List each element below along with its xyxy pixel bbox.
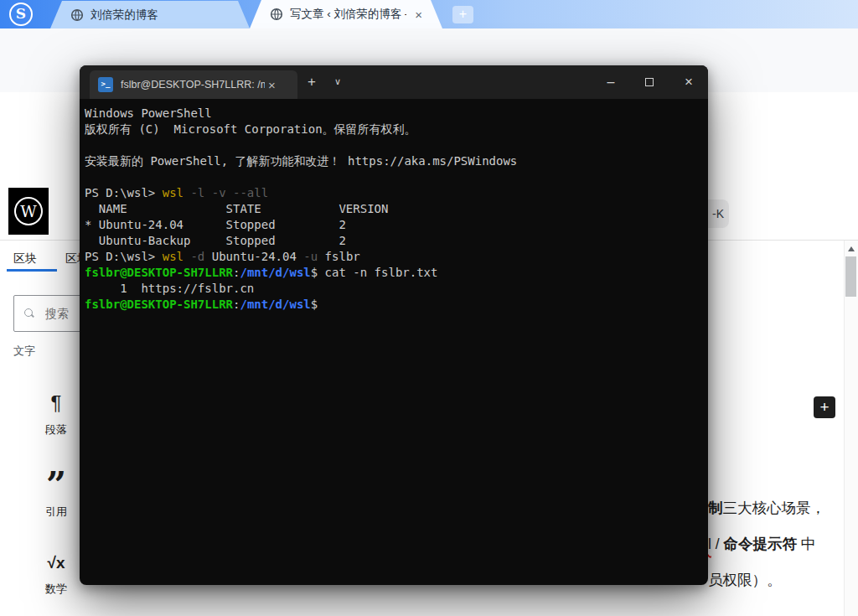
terminal-new-tab-button[interactable]: + — [308, 74, 316, 91]
text-fragment-line: l / 命令提示符 中 — [708, 526, 858, 562]
terminal-window: >_ fslbr@DESKTOP-SH7LLRR: /mnt/d/wsl × +… — [80, 65, 708, 585]
tab-title: 刘倍荣的博客 — [90, 8, 158, 23]
browser-tab-strip: S 刘倍荣的博客 写文章 ‹ 刘倍荣的博客 — Wor × + — [0, 0, 858, 28]
wordpress-w-icon: W — [14, 197, 43, 225]
active-tab-underline — [7, 269, 57, 272]
category-label-text: 文字 — [13, 344, 35, 359]
search-icon — [24, 308, 35, 319]
tab-close-icon[interactable]: × — [415, 8, 422, 21]
terminal-tab-title: fslbr@DESKTOP-SH7LLRR: /mnt/d/wsl — [121, 79, 265, 91]
inserter-tab-blocks[interactable]: 区块 — [13, 251, 37, 267]
minimize-button[interactable]: – — [592, 65, 630, 99]
browser-tab-2-active[interactable]: 写文章 ‹ 刘倍荣的博客 — Wor × — [250, 0, 442, 28]
powershell-icon: >_ — [98, 77, 113, 92]
scrollbar-up-icon[interactable] — [848, 246, 855, 251]
terminal-titlebar[interactable]: >_ fslbr@DESKTOP-SH7LLRR: /mnt/d/wsl × +… — [80, 65, 708, 99]
terminal-output: Windows PowerShell版权所有 (C) Microsoft Cor… — [80, 99, 708, 585]
globe-favicon-icon — [70, 8, 84, 22]
add-block-button[interactable]: + — [814, 396, 835, 418]
browser-tab-1[interactable]: 刘倍荣的博客 — [50, 1, 250, 28]
wordpress-logo-button[interactable]: W — [8, 188, 49, 235]
document-text-fragments: 制三大核心场景， l / 命令提示符 中 员权限）。 — [708, 490, 858, 598]
close-button[interactable]: × — [669, 65, 708, 99]
inserter-tab-partial[interactable]: 区块 — [65, 251, 80, 267]
sogou-logo-icon: S — [9, 3, 33, 26]
terminal-dropdown-icon[interactable]: ∨ — [334, 76, 341, 87]
maximize-button[interactable] — [630, 65, 669, 99]
browser-new-tab-button[interactable]: + — [452, 6, 473, 23]
content-scrollbar-thumb[interactable] — [845, 256, 856, 297]
terminal-tab-close-icon[interactable]: × — [268, 78, 276, 92]
browser-toolbar: 横 » ← → ↻ ⌂ ↺ ▾ S ▼ 国安部发布“龙虾”安全 — [0, 28, 858, 62]
tab-title: 写文章 ‹ 刘倍荣的博客 — Wor — [290, 7, 406, 22]
globe-favicon-icon — [270, 8, 283, 21]
maximize-icon — [645, 78, 654, 86]
terminal-tab[interactable]: >_ fslbr@DESKTOP-SH7LLRR: /mnt/d/wsl × — [90, 70, 297, 99]
text-fragment-line: 员权限）。 — [708, 562, 858, 598]
text-fragment-line: 制三大核心场景， — [708, 490, 858, 526]
